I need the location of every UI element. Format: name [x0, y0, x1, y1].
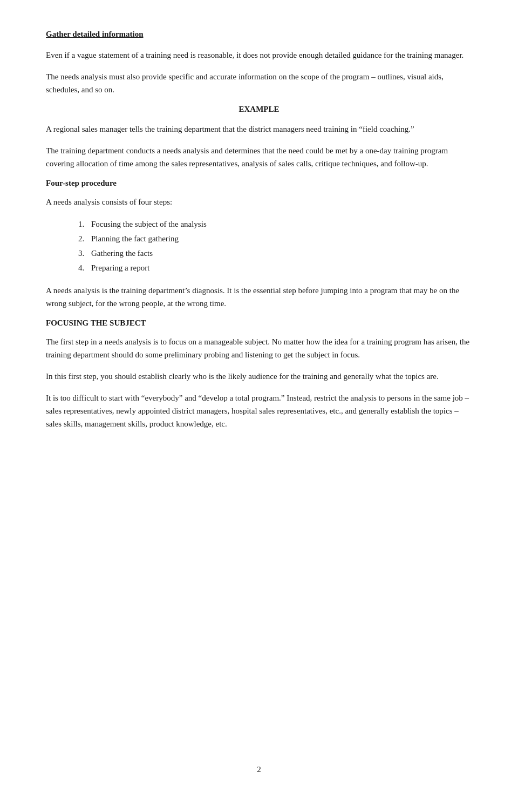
- four-step-intro: A needs analysis consists of four steps:: [46, 195, 472, 208]
- list-item: 3. Gathering the facts: [78, 246, 472, 261]
- section-heading: Gather detailed information: [46, 30, 472, 39]
- example-paragraph-2: The training department conducts a needs…: [46, 144, 472, 170]
- list-item-num: 2.: [78, 232, 88, 246]
- diagnosis-paragraph: A needs analysis is the training departm…: [46, 284, 472, 310]
- list-item-num: 1.: [78, 217, 88, 232]
- intro-paragraph-1: Even if a vague statement of a training …: [46, 49, 472, 62]
- focusing-paragraph-3: It is too difficult to start with “every…: [46, 391, 472, 430]
- four-step-heading: Four-step procedure: [46, 179, 472, 188]
- page-footer: 2: [46, 754, 472, 774]
- list-item-text: Preparing a report: [91, 261, 149, 275]
- list-item: 2. Planning the fact gathering: [78, 232, 472, 246]
- list-item: 4. Preparing a report: [78, 261, 472, 275]
- list-item-num: 4.: [78, 261, 88, 275]
- page-content: Gather detailed information Even if a va…: [46, 30, 472, 754]
- focusing-heading: FOCUSING THE SUBJECT: [46, 319, 472, 328]
- list-item-text: Focusing the subject of the analysis: [91, 217, 207, 232]
- list-item-text: Gathering the facts: [91, 246, 153, 261]
- focusing-paragraph-1: The first step in a needs analysis is to…: [46, 335, 472, 361]
- list-item-text: Planning the fact gathering: [91, 232, 179, 246]
- intro-paragraph-2: The needs analysis must also provide spe…: [46, 70, 472, 96]
- list-item: 1. Focusing the subject of the analysis: [78, 217, 472, 232]
- example-heading: EXAMPLE: [46, 105, 472, 114]
- four-step-list: 1. Focusing the subject of the analysis …: [78, 217, 472, 275]
- page-number: 2: [257, 765, 261, 774]
- page: Gather detailed information Even if a va…: [0, 0, 518, 812]
- example-paragraph-1: A regional sales manager tells the train…: [46, 123, 472, 136]
- list-item-num: 3.: [78, 246, 88, 261]
- focusing-paragraph-2: In this first step, you should establish…: [46, 370, 472, 383]
